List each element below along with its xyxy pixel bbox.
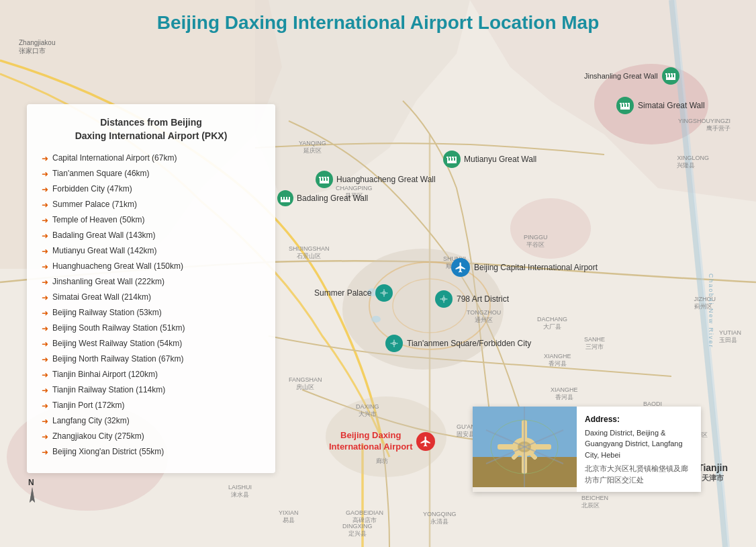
svg-rect-30	[450, 158, 451, 161]
zhangjiakou-label: Zhangjiakou 张家口市	[19, 39, 55, 56]
yingshouyingzi-label: YINGSHOUYINGZI鹰手营子	[678, 118, 730, 133]
svg-rect-74	[498, 444, 519, 450]
svg-rect-37	[320, 181, 329, 183]
svg-rect-11	[666, 75, 667, 77]
arrow-icon: ➜	[42, 276, 48, 288]
svg-marker-88	[30, 487, 35, 503]
distance-item: ➜Badaling Great Wall (143km)	[42, 229, 261, 242]
river-label: Chaobai New River	[708, 274, 714, 349]
arrow-icon: ➜	[42, 369, 48, 381]
svg-rect-23	[628, 104, 630, 107]
svg-rect-75	[530, 444, 551, 450]
arrow-icon: ➜	[42, 183, 48, 196]
huanghuacheng-marker: Huanghuacheng Great Wall	[316, 171, 436, 188]
svg-rect-28	[447, 161, 457, 163]
mutianyu-marker: Mutianyu Great Wall	[443, 151, 536, 168]
svg-rect-19	[620, 107, 630, 110]
svg-rect-48	[283, 197, 285, 200]
distance-item: ➜Summer Palace (71km)	[42, 198, 261, 211]
page-title: Beijing Daxing International Airport Loc…	[0, 12, 756, 34]
yongqing-label: YONGQING永清县	[423, 511, 457, 526]
yixian-label: YIXIAN易县	[279, 509, 299, 525]
arrow-icon: ➜	[42, 323, 48, 335]
svg-rect-29	[447, 158, 448, 161]
svg-rect-12	[669, 75, 670, 77]
svg-point-2	[510, 198, 591, 259]
summer-palace-marker: Summer Palace	[314, 284, 393, 302]
svg-rect-14	[674, 75, 675, 77]
svg-rect-25	[622, 103, 624, 104]
arrow-icon: ➜	[42, 261, 48, 273]
svg-point-52	[384, 292, 385, 293]
beichen-label: BEICHEN北辰区	[581, 495, 608, 510]
svg-rect-34	[449, 157, 451, 158]
arrow-icon: ➜	[42, 338, 48, 350]
address-box: Address: Daxing District, Beijing & Guan…	[473, 407, 701, 493]
svg-rect-38	[320, 178, 321, 181]
distances-list: ➜Capital International Airport (67km)➜Ti…	[42, 152, 261, 458]
svg-rect-46	[281, 200, 290, 202]
daxing-label: DAXING大兴市	[356, 403, 379, 419]
distance-item: ➜Huanghuacheng Great Wall (150km)	[42, 260, 261, 273]
distance-item: ➜Mutianyu Great Wall (142km)	[42, 245, 261, 257]
address-image	[473, 407, 577, 487]
pinggu-label: PINGGU平谷区	[524, 234, 548, 249]
xianghe-label: XIANGHE香河县	[544, 353, 571, 368]
distance-item: ➜Tianjin Port (172km)	[42, 399, 261, 412]
svg-rect-32	[455, 158, 457, 161]
svg-rect-16	[668, 73, 670, 75]
svg-rect-27	[628, 103, 630, 104]
distance-item: ➜Simatai Great Wall (214km)	[42, 291, 261, 304]
simatai-marker: Simatai Great Wall	[616, 94, 705, 114]
distance-item: ➜Tianjin Binhai Airport (120km)	[42, 368, 261, 381]
map-container: Beijing Daxing International Airport Loc…	[0, 0, 756, 547]
svg-rect-10	[666, 77, 675, 80]
dingxing-label: DINGXING定兴县	[342, 523, 373, 538]
distance-item: ➜Beijing Xiong'an District (55km)	[42, 446, 261, 458]
distance-item: ➜Beijing North Railway Station (67km)	[42, 353, 261, 366]
svg-point-58	[443, 298, 444, 299]
svg-rect-35	[452, 157, 454, 158]
svg-rect-43	[322, 177, 324, 178]
svg-rect-33	[446, 157, 448, 158]
langfang-label: 廊坊	[376, 457, 388, 466]
svg-rect-47	[281, 197, 282, 200]
arrow-icon: ➜	[42, 384, 48, 396]
svg-rect-21	[623, 104, 624, 107]
arrow-icon: ➜	[42, 245, 48, 257]
shijingshan-label: SHIJINGSHAN石景山区	[289, 245, 330, 261]
panel-heading: Distances from BeijingDaxing Internation…	[42, 116, 261, 142]
svg-rect-20	[620, 104, 622, 107]
distance-item: ➜Forbidden City (47km)	[42, 183, 261, 196]
distance-item: ➜Temple of Heaven (50km)	[42, 214, 261, 226]
tongzhou-label: TONGZHOU通州区	[467, 309, 501, 325]
distance-item: ➜Beijing South Railway Station (51km)	[42, 322, 261, 335]
arrow-icon: ➜	[42, 400, 48, 412]
arrow-icon: ➜	[42, 353, 48, 366]
svg-rect-24	[620, 103, 622, 104]
svg-rect-44	[324, 177, 326, 178]
svg-rect-15	[665, 73, 667, 75]
jinshanling-marker: Jinshanling Great Wall	[584, 67, 679, 85]
info-panel: Distances from BeijingDaxing Internation…	[27, 104, 275, 473]
svg-point-64	[393, 343, 394, 343]
svg-rect-45	[327, 177, 329, 178]
svg-rect-42	[319, 177, 321, 178]
capital-airport-marker: Beijing Capital International Airport	[451, 258, 598, 277]
dachang-label: DACHANG大厂县	[537, 316, 567, 331]
compass: N	[19, 477, 46, 512]
distance-item: ➜Zhangjiakou City (275km)	[42, 430, 261, 443]
arrow-icon: ➜	[42, 168, 48, 180]
yutian-label: YUTIAN玉田县	[719, 329, 741, 345]
distance-item: ➜Langfang City (32km)	[42, 415, 261, 427]
svg-rect-22	[626, 104, 627, 107]
distance-item: ➜Beijing Railway Station (53km)	[42, 306, 261, 319]
arrow-icon: ➜	[42, 230, 48, 242]
svg-rect-49	[286, 197, 287, 200]
svg-text:N: N	[28, 478, 34, 487]
arrow-icon: ➜	[42, 292, 48, 304]
xinglong-label: XINGLONG兴隆县	[677, 155, 709, 170]
svg-rect-18	[673, 73, 675, 75]
svg-rect-26	[625, 103, 627, 104]
svg-rect-50	[289, 197, 290, 200]
